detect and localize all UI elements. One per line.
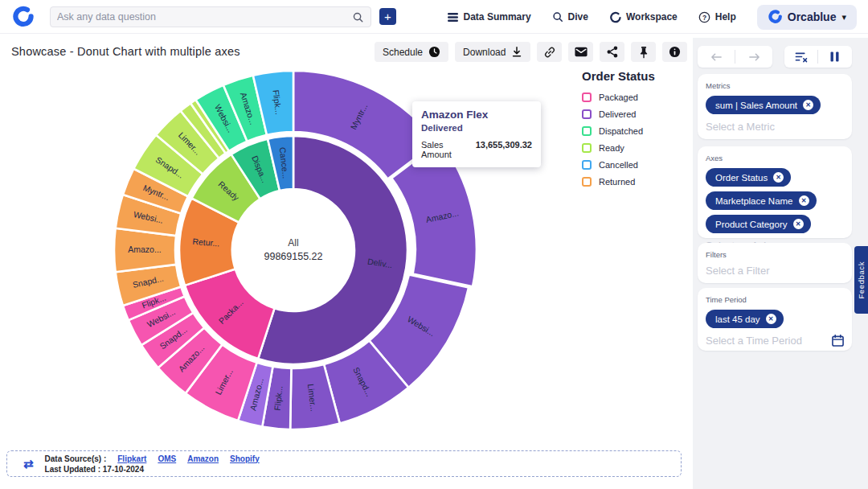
- source-link-shopify[interactable]: Shopify: [230, 454, 260, 463]
- legend-title: Order Status: [574, 69, 686, 83]
- forward-button[interactable]: [735, 46, 772, 68]
- feedback-tab[interactable]: Feedback: [854, 246, 868, 314]
- legend-item-dispatched[interactable]: Dispatched: [574, 126, 686, 136]
- chip-label: Product Category: [715, 220, 788, 229]
- nav-label: Workspace: [626, 11, 678, 23]
- legend-item-returned[interactable]: Returned: [574, 177, 686, 187]
- remove-chip-icon[interactable]: ✕: [793, 219, 804, 229]
- history-nav-group: [698, 46, 772, 68]
- chart-legend: Order Status PackagedDeliveredDispatched…: [574, 69, 686, 194]
- source-link-flipkart[interactable]: Flipkart: [117, 454, 146, 463]
- legend-label: Delivered: [599, 109, 636, 119]
- nav-dive[interactable]: Dive: [552, 11, 588, 23]
- sources-label: Data Source(s) :: [45, 454, 107, 463]
- metrics-card: Metrics sum | Sales Amount ✕ Select a Me…: [698, 74, 852, 139]
- search-input[interactable]: [57, 11, 352, 23]
- center-label-all: All: [288, 237, 298, 249]
- chevron-down-icon: ▾: [841, 12, 846, 23]
- data-summary-icon: [448, 12, 459, 23]
- workspace-swirl-icon: [609, 11, 621, 23]
- tooltip-metric-label: Sales Amount: [421, 140, 476, 159]
- source-link-amazon[interactable]: Amazon: [187, 454, 219, 463]
- select-filter-placeholder[interactable]: Select a Filter: [706, 265, 844, 277]
- time-period-card: Time Period last 45 day ✕ Select a Time …: [698, 288, 852, 351]
- chart-tooltip: Amazon Flex Delivered Sales Amount 13,65…: [412, 101, 541, 167]
- help-icon: ?: [698, 11, 710, 23]
- back-arrow-icon: [710, 52, 723, 62]
- orcablue-account-button[interactable]: Orcablue ▾: [757, 5, 857, 30]
- orcablue-logo-icon-small: [768, 10, 782, 24]
- metric-chip-sales-amount[interactable]: sum | Sales Amount ✕: [706, 96, 821, 114]
- legend-label: Cancelled: [599, 160, 638, 170]
- axes-card: Axes Order Status ✕ Marketplace Name ✕ P…: [698, 146, 852, 238]
- select-metric-placeholder[interactable]: Select a Metric: [706, 121, 844, 133]
- legend-swatch: [582, 126, 592, 136]
- center-total-value: 99869155.22: [264, 251, 323, 262]
- ask-question-searchbar[interactable]: [50, 6, 371, 27]
- legend-swatch: [582, 92, 592, 102]
- dive-search-icon: [552, 11, 563, 23]
- chip-label: sum | Sales Amount: [715, 101, 797, 110]
- data-source-footer: ⇄ Data Source(s) : Flipkart OMS Amazon S…: [6, 450, 682, 477]
- axis-chip-marketplace-name[interactable]: Marketplace Name ✕: [706, 191, 817, 210]
- app-window: + Data Summary Dive: [0, 0, 868, 489]
- pause-icon: [830, 51, 839, 62]
- remove-chip-icon[interactable]: ✕: [766, 314, 776, 324]
- top-nav-links: Data Summary Dive Workspace ?: [448, 0, 857, 34]
- nav-help[interactable]: ? Help: [698, 11, 736, 23]
- tooltip-metric-value: 13,655,309.32: [476, 140, 532, 159]
- tooltip-subtitle: Delivered: [421, 123, 532, 133]
- new-question-button[interactable]: +: [379, 8, 396, 25]
- legend-swatch: [582, 160, 592, 170]
- filters-label: Filters: [706, 250, 844, 259]
- tooltip-title: Amazon Flex: [421, 109, 532, 121]
- clear-filter-icon: [795, 51, 808, 63]
- axes-label: Axes: [706, 154, 844, 162]
- feedback-label: Feedback: [857, 261, 866, 299]
- filters-card: Filters Select a Filter: [698, 243, 852, 283]
- legend-label: Packaged: [599, 92, 638, 102]
- nav-label: Dive: [568, 11, 588, 23]
- brand-name: Orcablue: [788, 10, 837, 23]
- segment-label: Amazo...: [128, 244, 161, 254]
- nav-label: Data Summary: [464, 11, 531, 23]
- legend-swatch: [582, 143, 592, 153]
- forward-arrow-icon: [748, 52, 760, 62]
- config-panel: Metrics sum | Sales Amount ✕ Select a Me…: [693, 38, 868, 489]
- legend-swatch: [582, 177, 592, 187]
- orcablue-logo-icon: [11, 6, 34, 28]
- donut-center: [234, 191, 353, 310]
- chip-label: Marketplace Name: [715, 196, 793, 206]
- time-period-label: Time Period: [706, 295, 844, 304]
- pause-refresh-button[interactable]: [818, 46, 851, 68]
- remove-chip-icon[interactable]: ✕: [773, 172, 784, 183]
- search-icon[interactable]: [352, 11, 364, 23]
- legend-item-delivered[interactable]: Delivered: [574, 109, 686, 119]
- svg-text:?: ?: [702, 13, 706, 21]
- axis-chip-product-category[interactable]: Product Category ✕: [706, 215, 811, 233]
- remove-chip-icon[interactable]: ✕: [803, 100, 813, 110]
- remove-chip-icon[interactable]: ✕: [799, 195, 809, 206]
- legend-item-ready[interactable]: Ready: [574, 143, 686, 153]
- legend-label: Ready: [599, 143, 624, 153]
- clear-filters-button[interactable]: [784, 46, 817, 68]
- select-time-period-placeholder[interactable]: Select a Time Period: [706, 335, 802, 347]
- calendar-icon[interactable]: [832, 335, 844, 347]
- legend-item-cancelled[interactable]: Cancelled: [574, 160, 686, 170]
- nav-label: Help: [715, 11, 736, 23]
- legend-label: Returned: [599, 177, 635, 187]
- chart-control-group: [784, 46, 852, 68]
- nav-workspace[interactable]: Workspace: [609, 11, 678, 23]
- chip-label: Order Status: [715, 173, 768, 183]
- legend-items: PackagedDeliveredDispatchedReadyCancelle…: [574, 92, 686, 187]
- data-source-icon: ⇄: [23, 457, 34, 471]
- source-link-oms[interactable]: OMS: [158, 454, 176, 463]
- legend-item-packaged[interactable]: Packaged: [574, 92, 686, 102]
- axis-chip-order-status[interactable]: Order Status ✕: [706, 168, 791, 187]
- time-chip-last-45-day[interactable]: last 45 day ✕: [706, 310, 784, 328]
- last-updated: Last Updated : 17-10-2024: [45, 465, 144, 474]
- metrics-label: Metrics: [706, 81, 844, 90]
- nav-data-summary[interactable]: Data Summary: [448, 11, 531, 23]
- legend-label: Dispatched: [599, 126, 643, 136]
- back-button[interactable]: [698, 46, 735, 68]
